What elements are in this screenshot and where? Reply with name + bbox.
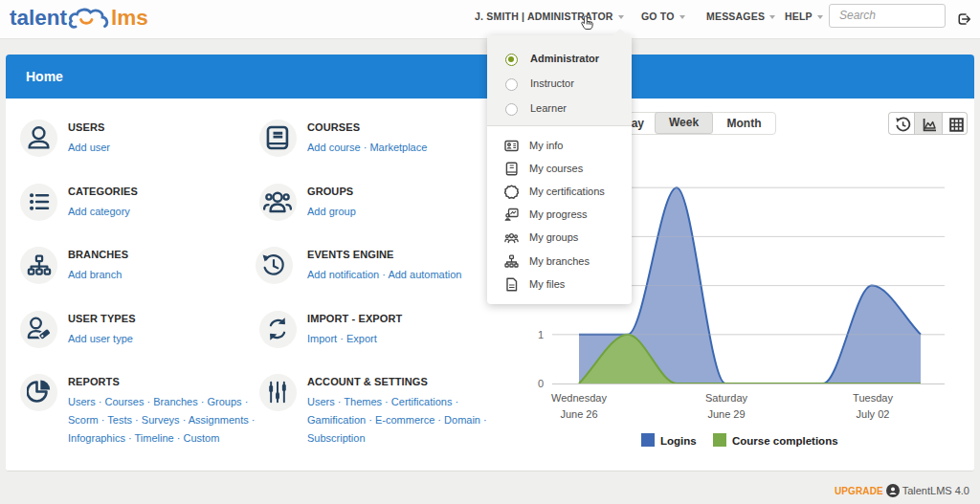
svg-text:Course completions: Course completions [732,435,838,447]
svg-text:June 29: June 29 [707,408,745,420]
svg-text:Logins: Logins [660,435,697,447]
svg-text:Tuesday: Tuesday [853,392,893,404]
svg-text:1: 1 [538,329,544,340]
svg-text:Wednesday: Wednesday [551,392,607,404]
svg-text:0: 0 [538,378,544,389]
svg-text:Saturday: Saturday [705,392,748,404]
svg-text:July 02: July 02 [857,408,890,420]
svg-text:June 26: June 26 [560,408,597,420]
